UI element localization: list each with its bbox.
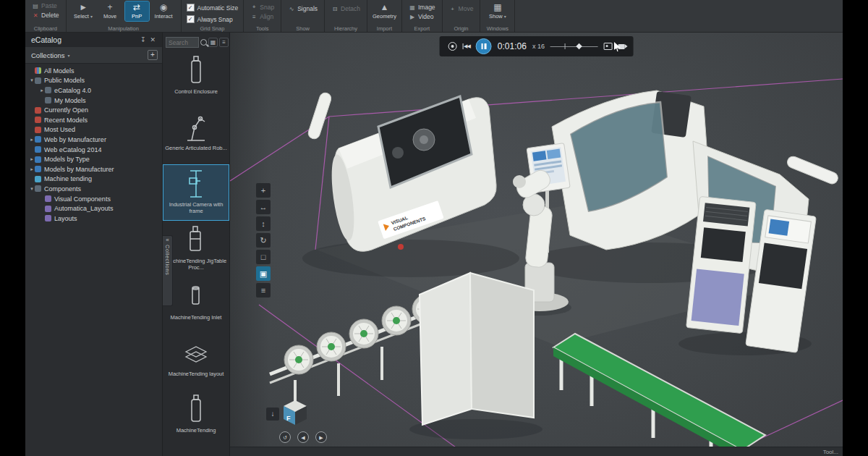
emergency-stop-button <box>398 244 404 250</box>
paste-button[interactable]: ▤Paste <box>30 1 61 10</box>
align-button[interactable]: ≡Align <box>249 12 276 21</box>
collection-icon <box>35 127 41 133</box>
record-icon <box>448 42 456 51</box>
tree-item-ecatalog-40[interactable]: ▸eCatalog 4.0 <box>25 85 162 96</box>
tree-item-public-models[interactable]: ▾Public Models <box>25 76 162 86</box>
origin-move-button[interactable]: +Move <box>448 4 475 13</box>
interact-button[interactable]: ◉Interact <box>152 1 176 21</box>
select-box-tool-button[interactable]: □ <box>256 250 271 264</box>
tree-item-web-by-manufacturer[interactable]: ▸Web by Manufacturer <box>25 135 162 145</box>
ribbon-group-export: ▦Image ▶Video Export <box>402 0 443 32</box>
restart-button[interactable]: ◀◀ <box>462 43 470 49</box>
import-group-label: Import <box>367 25 401 32</box>
collection-icon <box>45 206 51 212</box>
previous-view-button[interactable]: ◀ <box>297 431 309 443</box>
tree-item-recent-models[interactable]: Recent Models <box>25 115 162 125</box>
tree-item-components[interactable]: ▾Components <box>25 184 162 194</box>
svg-text:F: F <box>286 415 291 422</box>
orbit-tool-button[interactable]: ↻ <box>256 233 271 248</box>
export-image-button[interactable]: ▦Image <box>407 3 437 12</box>
view-nav-cluster: ↺ ◀ ▶ <box>279 431 327 443</box>
tools-group-label: Tools <box>244 25 281 32</box>
automatic-size-checkbox[interactable]: ✓Automatic Size <box>187 3 239 12</box>
collapse-chevrons-icon: « <box>166 236 169 245</box>
catalog-item-generic-articulated-robot[interactable]: Generic Articulated Rob... <box>163 108 229 164</box>
delete-button[interactable]: ✕Delete <box>30 11 61 20</box>
open-top-box[interactable] <box>420 273 534 425</box>
snap-button[interactable]: ⌖Snap <box>249 3 276 12</box>
pnp-button[interactable]: ⇄PnP <box>125 1 149 21</box>
tree-item-all-models[interactable]: All Models <box>25 66 162 76</box>
control-cabinet-1[interactable] <box>686 196 757 333</box>
expander-closed-icon[interactable]: ▸ <box>29 156 35 162</box>
move-tool-button[interactable]: ↔ <box>256 200 271 214</box>
expander-open-icon[interactable]: ▾ <box>29 186 35 192</box>
tree-item-most-used[interactable]: Most Used <box>25 125 162 135</box>
catalog-items-panel: ▦ ≡ Control Enclosure Generic Articulate… <box>163 33 230 456</box>
catalog-item-control-enclosure[interactable]: Control Enclosure <box>163 51 229 108</box>
item-thumbnail <box>180 279 212 314</box>
viewport-3d[interactable]: VISUAL COMPONENTS <box>230 33 843 456</box>
right-arrow-icon: ▶ <box>319 435 323 440</box>
expander-open-icon[interactable]: ▾ <box>29 77 35 83</box>
add-collection-button[interactable]: + <box>148 50 158 60</box>
folder-icon <box>45 87 51 93</box>
select-button[interactable]: ►Select ▾ <box>72 1 95 21</box>
collections-header[interactable]: Collections ▾ + <box>25 47 162 64</box>
tree-item-models-by-type[interactable]: ▸Models by Type <box>25 154 162 164</box>
tree-item-models-by-manufacturer[interactable]: ▸Models by Manufacturer <box>25 164 162 174</box>
geometry-button[interactable]: ▲Geometry <box>373 1 396 21</box>
ribbon: ▤Paste ✕Delete Clipboard ►Select ▾ +Move… <box>25 0 843 33</box>
view-grid-icon[interactable]: ▦ <box>208 38 218 47</box>
show-group-label: Show <box>281 25 324 32</box>
geometry-icon: ▲ <box>380 3 389 12</box>
lift-tool-button[interactable]: ↕ <box>256 216 271 231</box>
tree-item-layouts[interactable]: Layouts <box>25 214 162 224</box>
expander-closed-icon[interactable]: ▸ <box>29 137 35 143</box>
export-video-button[interactable]: ▶Video <box>407 12 437 21</box>
record-video-button[interactable] <box>618 44 625 49</box>
expander-closed-icon[interactable]: ▸ <box>39 88 45 93</box>
ribbon-group-grid-snap: ✓Automatic Size ✓Always Snap Grid Snap <box>182 0 244 32</box>
reset-view-button[interactable]: ↺ <box>279 431 291 443</box>
detach-button[interactable]: ⊟Detach <box>330 4 362 13</box>
collections-side-tab[interactable]: « Collections <box>163 235 173 306</box>
windows-show-button[interactable]: ▦Show ▾ <box>485 1 509 21</box>
tree-item-machine-tending[interactable]: Machine tending <box>25 174 162 185</box>
close-icon[interactable]: ✕ <box>148 36 158 43</box>
signals-button[interactable]: ∿Signals <box>286 4 319 13</box>
screenshot-button[interactable] <box>604 43 613 50</box>
always-snap-checkbox[interactable]: ✓Always Snap <box>187 14 239 24</box>
catalog-item-industrial-camera-with-frame[interactable]: Industrial Camera with frame <box>163 164 229 221</box>
pin-icon[interactable]: ↧ <box>138 36 148 43</box>
speed-slider[interactable] <box>550 41 598 51</box>
tree-item-my-models[interactable]: My Models <box>25 96 162 106</box>
search-input[interactable] <box>166 37 199 48</box>
collapse-view-button[interactable]: ↓ <box>266 408 279 421</box>
frame-gizmo[interactable]: F <box>284 400 307 425</box>
record-button[interactable] <box>448 42 456 51</box>
tree-item-visual-components[interactable]: Visual Components <box>25 194 162 204</box>
tree-item-automatica-layouts[interactable]: Automatica_Layouts <box>25 203 162 214</box>
expander-closed-icon[interactable]: ▸ <box>29 166 35 172</box>
next-view-button[interactable]: ▶ <box>315 431 327 443</box>
measure-icon: ≡ <box>261 286 265 295</box>
web-collection-icon <box>35 146 41 153</box>
simulation-playback-bar: ◀◀ 0:01:06 x 16 <box>439 36 634 56</box>
slider-handle[interactable] <box>576 43 582 49</box>
view-list-icon[interactable]: ≡ <box>219 38 229 47</box>
measure-tool-button[interactable]: ≡ <box>256 283 271 297</box>
origin-group-label: Origin <box>443 25 480 32</box>
pan-tool-button[interactable]: + <box>256 183 271 198</box>
catalog-item-machinetending-partial[interactable]: MachineTending <box>163 390 229 447</box>
tree-item-currently-open[interactable]: Currently Open <box>25 105 162 115</box>
ribbon-group-windows: ▦Show ▾ Windows <box>480 0 515 32</box>
fill-view-tool-button[interactable]: ▣ <box>256 266 271 281</box>
collection-icon <box>45 215 51 221</box>
app-window: ▤Paste ✕Delete Clipboard ►Select ▾ +Move… <box>25 0 843 456</box>
pause-button[interactable] <box>476 38 492 54</box>
move-button[interactable]: +Move <box>98 1 122 21</box>
simulation-time: 0:01:06 <box>498 41 527 51</box>
tree-item-web-ecatalog-2014[interactable]: Web eCatalog 2014 <box>25 145 162 155</box>
catalog-item-machinetending-layout[interactable]: MachineTending layout <box>163 334 229 390</box>
